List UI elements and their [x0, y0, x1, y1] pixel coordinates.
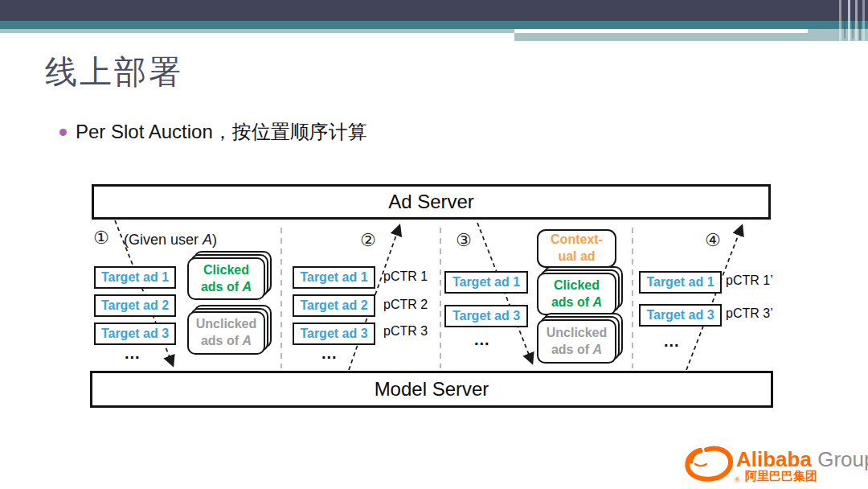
unclicked-line1: Unclicked	[196, 316, 257, 333]
contextual-line2: ual ad	[558, 249, 595, 265]
unclicked-line2: ads of A	[551, 342, 602, 359]
clicked-line2: ads of A	[551, 294, 602, 311]
user-var: A	[593, 343, 603, 356]
unclicked-line2: ads of A	[201, 333, 252, 350]
clicked-line1: Clicked	[203, 262, 249, 279]
target-ad-box: Target ad 3	[444, 305, 528, 327]
pctr-label: pCTR 3	[383, 324, 428, 339]
target-ad-box: Target ad 2	[293, 294, 375, 317]
ads-of-text: ads of	[201, 334, 243, 347]
registered-mark: ®	[735, 476, 740, 484]
pctr-label: pCTR 1	[383, 269, 428, 284]
target-ad-box: Target ad 1	[293, 266, 375, 289]
alibaba-chinese-wordmark: 阿里巴巴集团	[745, 469, 817, 484]
clicked-ads-stack: Clicked ads of A	[187, 257, 265, 300]
unclicked-ads-card: Unclicked ads of A	[537, 319, 616, 364]
ads-of-text: ads of	[201, 280, 243, 294]
target-ad-box: Target ad 2	[94, 294, 176, 317]
ellipsis: ...	[321, 344, 338, 363]
clicked-ads-card: Clicked ads of A	[187, 257, 265, 300]
model-server-box: Model Server	[90, 371, 773, 408]
ellipsis: ...	[474, 331, 490, 349]
ellipsis: ...	[664, 332, 680, 351]
brand-suffix: Group	[817, 447, 868, 471]
target-ad-box: Target ad 3	[94, 323, 176, 345]
unclicked-line1: Unclicked	[547, 325, 608, 342]
step-number-3: ③	[456, 230, 472, 250]
target-ad-box: Target ad 1	[639, 271, 722, 294]
user-var: A	[243, 334, 252, 347]
ads-of-text: ads of	[551, 343, 593, 356]
target-ad-box: Target ad 1	[94, 266, 176, 289]
alibaba-logo-icon	[684, 445, 734, 483]
target-ad-box: Target ad 1	[444, 271, 528, 294]
contextual-ad-card: Context- ual ad	[537, 229, 616, 268]
unclicked-ads-card: Unclicked ads of A	[187, 311, 265, 355]
clicked-ads-stack: Clicked ads of A	[537, 273, 616, 315]
ad-server-box: Ad Server	[92, 184, 771, 220]
user-var: A	[593, 295, 603, 309]
given-user-suffix: )	[212, 232, 217, 248]
step-number-4: ④	[705, 230, 721, 250]
clicked-ads-card: Clicked ads of A	[537, 273, 616, 315]
target-ad-box: Target ad 3	[293, 323, 375, 345]
target-ad-box: Target ad 3	[639, 304, 722, 327]
slide-canvas: 线上部署 Per Slot Auction，按位置顺序计算 Ad Server …	[0, 0, 868, 489]
given-user-prefix: (Given user	[124, 232, 203, 248]
ads-of-text: ads of	[551, 295, 593, 309]
step-number-2: ②	[360, 230, 376, 250]
clicked-line2: ads of A	[201, 279, 252, 296]
user-var: A	[243, 280, 252, 294]
given-user-var: A	[203, 232, 212, 248]
unclicked-ads-stack: Unclicked ads of A	[187, 311, 265, 355]
given-user-note: (Given user A)	[124, 232, 217, 249]
pctr-label: pCTR 1’	[726, 273, 773, 288]
step-number-1: ①	[93, 228, 109, 248]
brand-name: Alibaba	[736, 447, 812, 471]
pctr-label: pCTR 2	[383, 298, 428, 312]
ellipsis: ...	[125, 344, 141, 363]
unclicked-ads-stack: Unclicked ads of A	[537, 319, 616, 364]
clicked-line1: Clicked	[554, 277, 600, 294]
pctr-label: pCTR 3’	[726, 306, 773, 321]
contextual-line1: Context-	[551, 232, 603, 249]
